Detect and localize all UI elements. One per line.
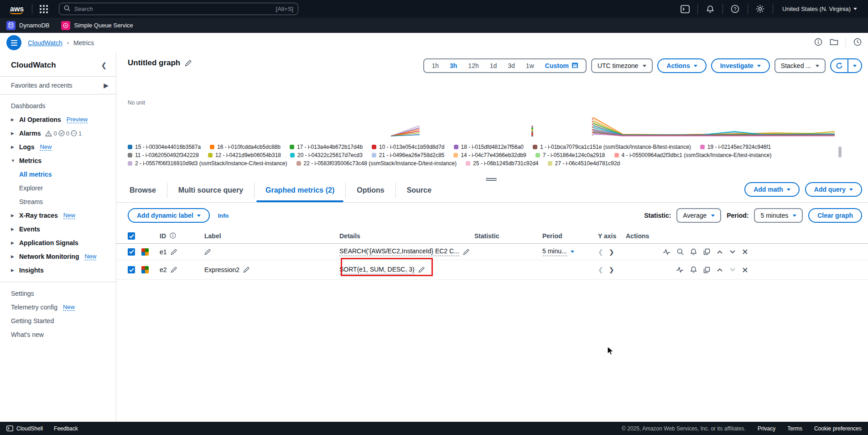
refresh-button[interactable] xyxy=(831,59,847,72)
add-query-button[interactable]: Add query xyxy=(805,182,862,197)
yaxis-right-icon[interactable]: ❯ xyxy=(609,248,614,256)
badge-new[interactable]: New xyxy=(40,143,52,151)
legend-item[interactable]: 15 - i-00304e44016b3587a xyxy=(128,144,201,150)
sidebar-item-all-metrics[interactable]: All metrics xyxy=(0,168,116,181)
down-action-icon[interactable] xyxy=(729,250,736,254)
row-checkbox-e2[interactable] xyxy=(128,266,135,273)
tab-source[interactable]: Source xyxy=(395,183,442,198)
region-selector[interactable]: United States (N. Virginia) xyxy=(778,5,862,12)
breadcrumb-cloudwatch-link[interactable]: CloudWatch xyxy=(28,39,62,47)
info-icon[interactable] xyxy=(814,38,822,48)
favorite-service-dynamodb[interactable]: DynamoDB xyxy=(6,21,49,30)
multi-color-swatch-icon[interactable] xyxy=(141,266,149,273)
timezone-dropdown[interactable]: UTC timezone xyxy=(591,58,653,73)
legend-item[interactable]: 7 - i-051864e124c0a2918 xyxy=(535,152,605,158)
info-icon[interactable] xyxy=(170,232,176,240)
clear-graph-button[interactable]: Clear graph xyxy=(808,208,862,223)
badge-new[interactable]: New xyxy=(84,253,96,260)
time-range-12h[interactable]: 12h xyxy=(463,62,484,69)
edit-title-pencil-icon[interactable] xyxy=(185,60,192,67)
badge-preview[interactable]: Preview xyxy=(67,116,88,123)
bell-action-icon[interactable] xyxy=(690,248,697,256)
sidebar-item-dashboards[interactable]: Dashboards xyxy=(0,99,116,113)
up-action-icon[interactable] xyxy=(717,250,723,254)
history-icon[interactable] xyxy=(853,38,862,48)
cloudshell-footer-button[interactable]: CloudShell xyxy=(6,425,43,432)
settings-gear-icon[interactable] xyxy=(753,3,768,15)
pulse-action-icon[interactable] xyxy=(676,267,684,273)
sidebar-item-x-ray-traces[interactable]: ▶X-Ray tracesNew xyxy=(0,209,116,222)
cookie-preferences-link[interactable]: Cookie preferences xyxy=(814,425,862,432)
legend-item[interactable]: 4 - i-05500964ad2f3dbc1 (ssmStack/Instan… xyxy=(614,152,772,158)
up-action-icon[interactable] xyxy=(717,267,723,272)
sidebar-item-alarms[interactable]: ▶Alarms001 xyxy=(0,126,116,140)
time-range-3d[interactable]: 3d xyxy=(502,62,520,69)
legend-item[interactable]: 1 - i-01bca7079ca1c151e (ssmStack/Instan… xyxy=(533,144,691,150)
period-dropdown[interactable]: 5 minutes xyxy=(754,208,803,223)
legend-item[interactable]: 25 - i-06b1245db731c92d4 xyxy=(466,160,538,167)
badge-new[interactable]: New xyxy=(63,304,75,311)
legend-scrollbar[interactable] xyxy=(838,147,842,157)
legend-item[interactable]: 14 - i-04c77e4366eb32db9 xyxy=(453,152,526,158)
statistic-dropdown[interactable]: Average xyxy=(676,208,721,223)
investigate-button[interactable]: Investigate xyxy=(711,58,770,73)
metric-details-expression[interactable]: SORT(e1, SUM, DESC, 3) xyxy=(339,266,415,274)
sidebar-item-what-s-new[interactable]: What's new xyxy=(0,328,116,341)
copy-action-icon[interactable] xyxy=(703,248,710,255)
time-range-3h[interactable]: 3h xyxy=(444,62,463,69)
side-menu-icon[interactable] xyxy=(6,35,21,50)
tab-options[interactable]: Options xyxy=(345,183,395,198)
tab-browse[interactable]: Browse xyxy=(128,183,167,198)
info-link[interactable]: Info xyxy=(218,212,229,219)
tab-graphed-metrics-2-[interactable]: Graphed metrics (2) xyxy=(254,183,345,198)
edit-label-pencil-icon[interactable] xyxy=(204,249,211,255)
edit-details-pencil-icon[interactable] xyxy=(418,267,425,273)
sidebar-item-ai-operations[interactable]: ▶AI OperationsPreview xyxy=(0,113,116,126)
notifications-bell-icon[interactable] xyxy=(702,3,718,15)
bell-action-icon[interactable] xyxy=(690,266,697,273)
sidebar-item-getting-started[interactable]: Getting Started xyxy=(0,314,116,328)
sidebar-item-favorites-and-recents[interactable]: Favorites and recents ▶ xyxy=(0,77,116,94)
sidebar-item-settings[interactable]: Settings xyxy=(0,287,116,300)
legend-item[interactable]: 18 - i-015dfd4812e7f56a0 xyxy=(454,144,524,150)
metric-period[interactable]: 5 minu... xyxy=(542,247,567,256)
sidebar-item-events[interactable]: ▶Events xyxy=(0,222,116,236)
time-range-1w[interactable]: 1w xyxy=(520,62,540,69)
legend-item[interactable]: 12 - i-0421d9eb06054b318 xyxy=(208,152,281,158)
legend-item[interactable]: 21 - i-0496ea26e758d2c85 xyxy=(372,152,444,158)
select-all-checkbox[interactable] xyxy=(128,232,135,240)
cloudshell-icon[interactable] xyxy=(677,3,693,15)
actions-button[interactable]: Actions xyxy=(657,58,706,73)
folder-icon[interactable] xyxy=(830,38,838,47)
tab-multi-source-query[interactable]: Multi source query xyxy=(167,183,254,198)
time-range-custom[interactable]: Custom xyxy=(540,62,584,70)
metrics-line-chart[interactable] xyxy=(128,81,842,142)
sidebar-item-metrics[interactable]: ▼Metrics xyxy=(0,154,116,168)
services-grid-icon[interactable] xyxy=(40,5,48,13)
help-icon[interactable]: ? xyxy=(728,3,743,15)
add-dynamic-label-button[interactable]: Add dynamic label xyxy=(128,208,210,223)
graph-type-dropdown[interactable]: Stacked ... xyxy=(774,58,826,73)
legend-item[interactable]: 11 - i-0362050492f342228 xyxy=(128,152,199,158)
edit-label-pencil-icon[interactable] xyxy=(243,267,249,273)
favorite-service-simple-queue-service[interactable]: Simple Queue Service xyxy=(61,21,133,30)
edit-id-pencil-icon[interactable] xyxy=(171,267,177,273)
yaxis-left-icon[interactable]: ❮ xyxy=(598,248,603,256)
time-range-1h[interactable]: 1h xyxy=(426,62,444,69)
pulse-action-icon[interactable] xyxy=(663,249,670,255)
legend-item[interactable]: 20 - i-04322c25617d7ecd3 xyxy=(290,152,363,158)
search-action-icon[interactable] xyxy=(677,248,684,255)
sidebar-item-insights[interactable]: ▶Insights xyxy=(0,263,116,277)
search-input[interactable]: Search [Alt+S] xyxy=(59,3,298,15)
copy-action-icon[interactable] xyxy=(703,267,710,273)
terms-link[interactable]: Terms xyxy=(787,425,802,432)
aws-logo[interactable]: aws xyxy=(6,5,27,13)
yaxis-left-icon[interactable]: ❮ xyxy=(598,266,603,273)
legend-item[interactable]: 27 - i-06c4510e4d781c92d xyxy=(548,160,620,167)
graph-resize-handle[interactable] xyxy=(486,177,497,181)
sidebar-item-logs[interactable]: ▶LogsNew xyxy=(0,140,116,154)
close-action-icon[interactable] xyxy=(742,249,748,255)
time-range-1d[interactable]: 1d xyxy=(484,62,503,69)
edit-details-pencil-icon[interactable] xyxy=(463,249,469,255)
edit-id-pencil-icon[interactable] xyxy=(171,249,177,255)
